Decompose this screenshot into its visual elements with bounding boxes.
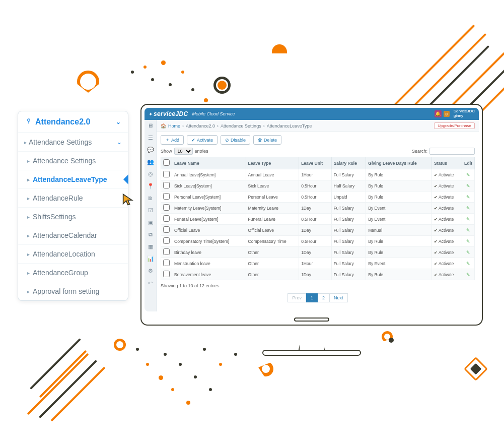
sidebar-item[interactable]: ▸Attendance Settings (18, 151, 128, 170)
col-type[interactable]: Leave Type (246, 157, 299, 169)
edit-button[interactable]: ✎ (462, 169, 474, 180)
breadcrumb-item[interactable]: Attendance Settings (221, 123, 261, 129)
sidebar-item[interactable]: ▸AttendanceLocation (18, 244, 128, 263)
target-icon[interactable]: ◎ (147, 170, 154, 177)
sidebar-item[interactable]: ▸AttendanceGroup (18, 263, 128, 282)
disable-button[interactable]: ⊘Disable (221, 135, 250, 145)
list-icon[interactable]: ☰ (147, 134, 154, 141)
sidebar-item[interactable]: ▸AttendanceCalendar (18, 226, 128, 244)
cell-name: Maternity Leave[System] (172, 203, 246, 214)
row-checkbox[interactable] (163, 237, 170, 244)
cell-days: By Rule (366, 247, 432, 258)
brand-label: serviceJDC (154, 110, 188, 117)
table-row: Personal Leave[System]Personal Leave0.5H… (161, 192, 475, 203)
decor-dot (234, 353, 237, 356)
row-checkbox[interactable] (163, 260, 170, 266)
sidebar-item[interactable]: ▸Approval form setting (18, 282, 128, 300)
chat-icon[interactable]: 💬 (147, 146, 154, 153)
col-edit[interactable]: Edit (462, 157, 474, 169)
table-row: Sick Leave[System]Sick Leave0.5HourHalf … (161, 180, 475, 192)
delete-button[interactable]: 🗑Delete (253, 135, 281, 145)
page-1[interactable]: 1 (306, 293, 318, 302)
sidebar-item-label: AttendanceCalendar (33, 231, 97, 239)
row-checkbox[interactable] (163, 193, 170, 200)
user-menu[interactable]: ServiceJDC ginny (454, 109, 475, 118)
decor-dot (209, 388, 212, 391)
pin-icon[interactable]: 📍 (147, 182, 154, 189)
col-salary[interactable]: Salary Rule (331, 157, 366, 169)
page-next[interactable]: Next (329, 293, 348, 302)
edit-button[interactable]: ✎ (462, 247, 474, 258)
cell-name: Birthday leave (172, 247, 246, 258)
search-input[interactable] (429, 148, 475, 155)
sidebar-item[interactable]: ▸AttendanceRule (18, 188, 128, 207)
edit-button[interactable]: ✎ (462, 236, 474, 247)
sidebar-item[interactable]: ▸AttendanceLeaveType (18, 170, 128, 188)
doc-icon[interactable]: 🗎 (147, 195, 154, 202)
page-prev[interactable]: Prev (287, 293, 306, 302)
entries-label: entries (195, 149, 208, 154)
decor-dot (169, 83, 172, 86)
users-icon[interactable]: 👥 (147, 158, 154, 165)
cell-name: Annual leave[System] (172, 169, 246, 180)
monitor-icon[interactable]: 🖥 (147, 122, 154, 129)
row-checkbox[interactable] (163, 248, 170, 255)
sidebar-item[interactable]: ▸ShiftsSettings (18, 207, 128, 226)
edit-button[interactable]: ✎ (462, 269, 474, 280)
plus-icon: ＋ (165, 137, 170, 143)
box-icon[interactable]: ▣ (147, 219, 154, 226)
decor-dot (171, 388, 174, 391)
add-button[interactable]: ＋Add (161, 135, 184, 145)
breadcrumb-home[interactable]: Home (168, 123, 180, 129)
cell-days: By Rule (366, 192, 432, 203)
cell-unit: 1Day (299, 203, 332, 214)
sidebar-group[interactable]: ▸ Attendance Settings ⌄ (18, 133, 128, 151)
chevron-down-icon: ⌄ (116, 118, 121, 125)
col-days[interactable]: Giving Leave Days Rule (366, 157, 432, 169)
copy-icon[interactable]: ⧉ (147, 231, 154, 238)
notification-count[interactable]: 8 (444, 111, 450, 117)
row-checkbox[interactable] (163, 204, 170, 211)
edit-button[interactable]: ✎ (462, 192, 474, 203)
col-name[interactable]: Leave Name (172, 157, 246, 169)
sidebar-item-label: AttendanceLeaveType (33, 175, 107, 183)
select-all-checkbox[interactable] (163, 159, 170, 166)
upgrade-button[interactable]: Upgrade/Purchase (434, 122, 475, 129)
calendar-icon[interactable]: ▦ (147, 243, 154, 250)
chart-icon[interactable]: 📊 (147, 255, 154, 262)
edit-button[interactable]: ✎ (462, 258, 474, 269)
breadcrumb-item[interactable]: Attendance2.0 (186, 123, 215, 129)
row-checkbox[interactable] (163, 226, 170, 233)
edit-button[interactable]: ✎ (462, 225, 474, 236)
check-icon[interactable]: ☑ (147, 207, 154, 214)
bell-icon[interactable]: 🔔 (435, 110, 442, 117)
page-2[interactable]: 2 (318, 293, 329, 302)
row-checkbox[interactable] (163, 171, 170, 177)
cell-unit: 0.5Hour (299, 192, 332, 203)
sidebar-root[interactable]: Attendance2.0 ⌄ (18, 111, 128, 133)
row-checkbox[interactable] (163, 182, 170, 188)
cell-status: Activate (432, 258, 462, 269)
decor-circle (389, 338, 394, 343)
row-checkbox[interactable] (163, 271, 170, 277)
table-row: Official LeaveOfficial Leave1DayFull Sal… (161, 225, 475, 236)
cell-name: Funeral Leave[System] (172, 214, 246, 225)
cell-name: Official Leave (172, 225, 246, 236)
edit-button[interactable]: ✎ (462, 203, 474, 214)
col-status[interactable]: Status (432, 157, 462, 169)
col-unit[interactable]: Leave Unit (299, 157, 332, 169)
edit-button[interactable]: ✎ (462, 180, 474, 192)
page-size-select[interactable]: 10 (174, 148, 193, 155)
cell-status: Activate (432, 180, 462, 192)
gear-icon[interactable]: ⚙ (147, 267, 154, 274)
row-checkbox[interactable] (163, 215, 170, 222)
activate-button[interactable]: ✔Activate (187, 135, 218, 145)
cell-name: Sick Leave[System] (172, 180, 246, 192)
logout-icon[interactable]: ↩ (147, 279, 154, 286)
sidebar-item-label: AttendanceRule (33, 194, 83, 202)
edit-button[interactable]: ✎ (462, 214, 474, 225)
logo-icon: ✦ (149, 111, 153, 117)
pagination: Prev 1 2 Next (287, 293, 347, 302)
decor-dot (143, 66, 147, 69)
user-line2: ginny (454, 114, 475, 118)
